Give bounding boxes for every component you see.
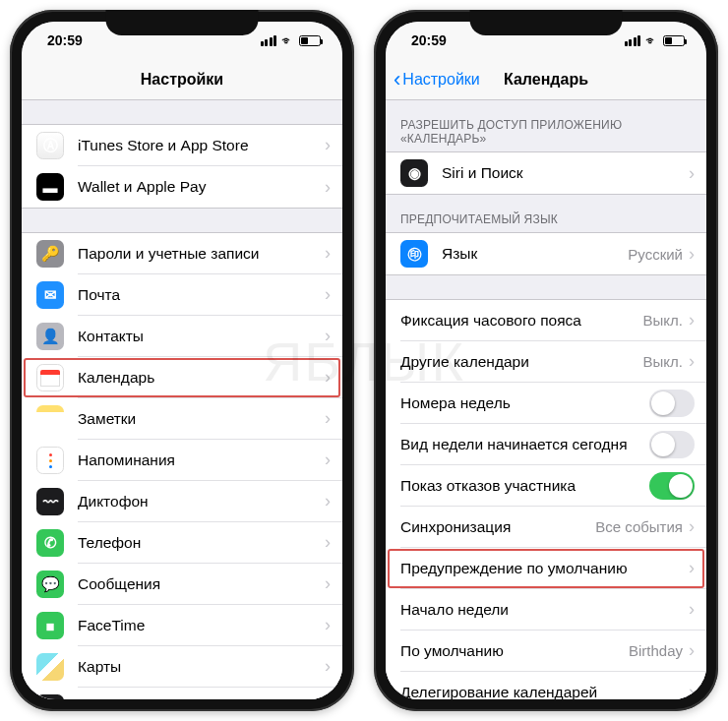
notch: [106, 10, 259, 35]
row-label: Пароли и учетные записи: [78, 245, 259, 263]
notch: [470, 10, 623, 35]
week-numbers-switch[interactable]: [649, 390, 695, 417]
navbar: ‹ Настройки Календарь: [386, 59, 706, 100]
status-time: 20:59: [411, 32, 447, 48]
row-show-declined[interactable]: Показ отказов участника: [386, 465, 706, 507]
battery-icon: [663, 35, 685, 46]
row-label: Показ отказов участника: [400, 477, 576, 495]
row-label: Язык: [442, 245, 477, 263]
chevron-right-icon: ›: [689, 599, 695, 620]
row-label: Другие календари: [400, 353, 529, 371]
row-label: Заметки: [78, 410, 136, 428]
nav-title: Настройки: [22, 71, 342, 89]
chevron-right-icon: ›: [325, 656, 331, 677]
chevron-right-icon: ›: [325, 177, 331, 198]
row-wallet-applepay[interactable]: ▬Wallet и Apple Pay›: [22, 166, 342, 208]
passwords-accounts-icon: 🔑: [36, 240, 64, 268]
phone-icon: ✆: [36, 529, 64, 557]
row-itunes-appstore[interactable]: ⒶiTunes Store и App Store›: [22, 125, 342, 166]
row-start-week-on[interactable]: Начало недели›: [386, 589, 706, 631]
show-declined-switch[interactable]: [649, 472, 695, 500]
row-timezone-override[interactable]: Фиксация часового поясаВыкл.›: [386, 300, 706, 341]
row-label: Компас: [78, 699, 130, 700]
row-default-alert[interactable]: Предупреждение по умолчанию›: [386, 548, 706, 589]
row-label: Wallet и Apple Pay: [78, 178, 206, 196]
row-week-numbers[interactable]: Номера недель: [386, 383, 706, 424]
row-notes[interactable]: Заметки›: [22, 398, 342, 440]
siri-search-icon: ◉: [400, 159, 428, 187]
row-contacts[interactable]: 👤Контакты›: [22, 316, 342, 357]
chevron-right-icon: ›: [325, 326, 331, 346]
chevron-right-icon: ›: [689, 351, 695, 372]
row-label: Вид недели начинается сегодня: [400, 436, 628, 453]
row-label: FaceTime: [78, 617, 145, 634]
chevron-left-icon: ‹: [394, 69, 400, 90]
row-label: iTunes Store и App Store: [78, 137, 249, 154]
row-maps[interactable]: Карты›: [22, 646, 342, 688]
language-icon: ㊞: [400, 240, 428, 268]
row-label: Диктофон: [78, 493, 149, 511]
compass-icon: ✦: [36, 694, 64, 699]
row-voice-memos[interactable]: 〰Диктофон›: [22, 481, 342, 522]
row-value: Все события: [595, 518, 683, 535]
chevron-right-icon: ›: [325, 491, 331, 511]
section-header: РАЗРЕШИТЬ ДОСТУП ПРИЛОЖЕНИЮ «КАЛЕНДАРЬ»: [386, 100, 706, 151]
row-label: Телефон: [78, 534, 141, 552]
calendar-settings-list[interactable]: РАЗРЕШИТЬ ДОСТУП ПРИЛОЖЕНИЮ «КАЛЕНДАРЬ» …: [386, 100, 706, 699]
messages-icon: 💬: [36, 571, 64, 598]
row-label: Начало недели: [400, 601, 509, 619]
row-calendar-delegation[interactable]: Делегирование календарей›: [386, 672, 706, 699]
row-language[interactable]: ㊞ЯзыкРусский›: [386, 233, 706, 274]
row-label: Карты: [78, 658, 121, 676]
row-sync[interactable]: СинхронизацияВсе события›: [386, 507, 706, 548]
chevron-right-icon: ›: [689, 516, 695, 537]
week-starts-today-switch[interactable]: [649, 431, 695, 458]
wifi-icon: ᯤ: [281, 33, 294, 48]
mail-icon: ✉: [36, 281, 64, 309]
row-facetime[interactable]: ■FaceTime›: [22, 605, 342, 646]
row-passwords-accounts[interactable]: 🔑Пароли и учетные записи›: [22, 233, 342, 274]
chevron-right-icon: ›: [689, 640, 695, 661]
status-right: ᯤ: [261, 33, 322, 48]
notes-icon: [36, 405, 64, 433]
nav-back-button[interactable]: ‹ Настройки: [394, 69, 480, 90]
row-default-calendar[interactable]: По умолчаниюBirthday›: [386, 631, 706, 672]
calendar-icon: [36, 364, 64, 391]
chevron-right-icon: ›: [325, 367, 331, 388]
row-label: Синхронизация: [400, 518, 511, 536]
signal-icon: [261, 35, 277, 46]
row-messages[interactable]: 💬Сообщения›: [22, 564, 342, 605]
chevron-right-icon: ›: [325, 450, 331, 470]
maps-icon: [36, 653, 64, 681]
chevron-right-icon: ›: [325, 573, 331, 594]
row-mail[interactable]: ✉Почта›: [22, 274, 342, 316]
settings-list[interactable]: ⒶiTunes Store и App Store›▬Wallet и Appl…: [22, 100, 342, 699]
chevron-right-icon: ›: [689, 682, 695, 699]
row-week-starts-today[interactable]: Вид недели начинается сегодня: [386, 424, 706, 465]
chevron-right-icon: ›: [325, 615, 331, 635]
chevron-right-icon: ›: [325, 408, 331, 429]
row-calendar[interactable]: Календарь›: [22, 357, 342, 398]
row-value: Birthday: [629, 642, 683, 659]
row-compass[interactable]: ✦Компас›: [22, 688, 342, 699]
phone-right: 20:59 ᯤ ‹ Настройки Календарь РАЗРЕШИТЬ …: [374, 10, 718, 711]
row-siri-search[interactable]: ◉Siri и Поиск›: [386, 152, 706, 194]
phone-left: 20:59 ᯤ Настройки ⒶiTunes Store и App St…: [10, 10, 354, 711]
chevron-right-icon: ›: [689, 558, 695, 578]
row-label: Фиксация часового пояса: [400, 312, 581, 330]
row-reminders[interactable]: Напоминания›: [22, 440, 342, 481]
row-label: Сообщения: [78, 575, 160, 593]
chevron-right-icon: ›: [689, 163, 695, 184]
chevron-right-icon: ›: [325, 532, 331, 553]
contacts-icon: 👤: [36, 323, 64, 350]
row-phone[interactable]: ✆Телефон›: [22, 522, 342, 564]
chevron-right-icon: ›: [325, 697, 331, 699]
chevron-right-icon: ›: [325, 135, 331, 155]
battery-icon: [299, 35, 321, 46]
row-value: Выкл.: [643, 353, 683, 370]
wifi-icon: ᯤ: [645, 33, 658, 48]
row-alternate-calendars[interactable]: Другие календариВыкл.›: [386, 341, 706, 383]
screen: 20:59 ᯤ ‹ Настройки Календарь РАЗРЕШИТЬ …: [386, 22, 706, 699]
status-time: 20:59: [47, 32, 83, 48]
chevron-right-icon: ›: [325, 284, 331, 305]
